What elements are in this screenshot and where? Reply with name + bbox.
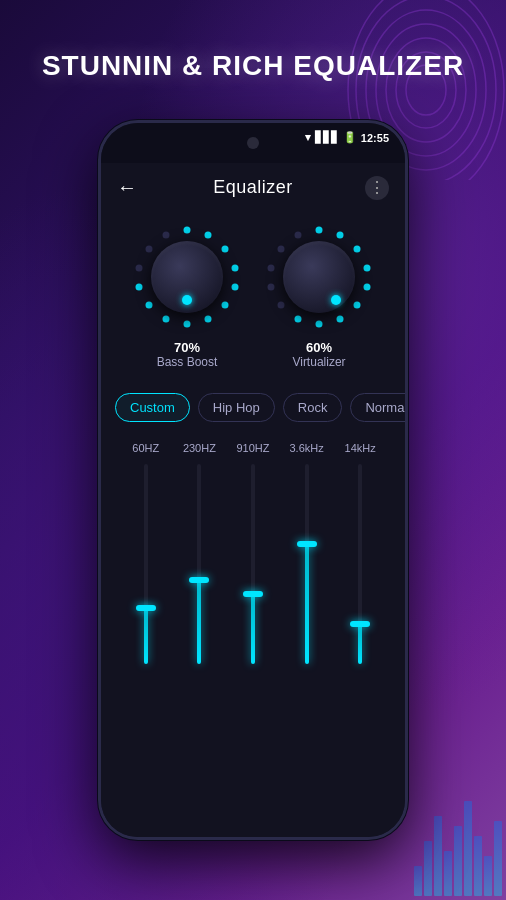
- battery-icon: 🔋: [343, 131, 357, 144]
- slider-fill-230hz: [197, 580, 201, 664]
- slider-track-60hz: [144, 464, 148, 664]
- slider-track-14khz: [358, 464, 362, 664]
- bass-boost-name: Bass Boost: [157, 355, 218, 369]
- decor-bar-1: [414, 866, 422, 896]
- eq-header: ← Equalizer ⋮: [101, 163, 405, 212]
- knobs-section: 70% Bass Boost: [101, 212, 405, 385]
- back-button[interactable]: ←: [117, 176, 137, 199]
- slider-60hz[interactable]: [124, 464, 168, 664]
- svg-point-12: [222, 302, 229, 309]
- svg-point-26: [354, 302, 361, 309]
- decor-bar-7: [474, 836, 482, 896]
- freq-label-3k6hz: 3.6kHz: [285, 442, 329, 454]
- virtualizer-indicator: [331, 295, 341, 305]
- status-bar: ▾ ▋▋▋ 🔋 12:55: [305, 131, 389, 144]
- slider-910hz[interactable]: [231, 464, 275, 664]
- svg-point-30: [278, 302, 285, 309]
- slider-3k6hz[interactable]: [285, 464, 329, 664]
- svg-point-18: [136, 265, 143, 272]
- slider-14khz[interactable]: [338, 464, 382, 664]
- svg-point-17: [136, 284, 143, 291]
- slider-fill-14khz: [358, 624, 362, 664]
- menu-button[interactable]: ⋮: [365, 176, 389, 200]
- svg-point-19: [146, 246, 153, 253]
- decor-bar-6: [464, 801, 472, 896]
- svg-point-11: [232, 284, 239, 291]
- svg-point-28: [316, 321, 323, 328]
- slider-fill-3k6hz: [305, 544, 309, 664]
- preset-custom[interactable]: Custom: [115, 393, 190, 422]
- slider-track-3k6hz: [305, 464, 309, 664]
- bass-boost-knob-container: 70% Bass Boost: [132, 222, 242, 369]
- bass-boost-knob[interactable]: [132, 222, 242, 332]
- hero-title: STUNNIN & RICH EQUALIZER: [0, 50, 506, 82]
- eq-sliders-section: 60HZ 230HZ 910HZ 3.6kHz 14kHz: [101, 430, 405, 684]
- decor-bar-2: [424, 841, 432, 896]
- menu-icon: ⋮: [369, 178, 385, 197]
- slider-track-230hz: [197, 464, 201, 664]
- svg-point-16: [146, 302, 153, 309]
- bass-boost-label: 70% Bass Boost: [157, 340, 218, 369]
- svg-point-24: [364, 265, 371, 272]
- decor-bar-9: [494, 821, 502, 896]
- wifi-icon: ▾: [305, 131, 311, 144]
- freq-label-230hz: 230HZ: [177, 442, 221, 454]
- decor-bar-3: [434, 816, 442, 896]
- slider-thumb-910hz[interactable]: [243, 591, 263, 597]
- phone-camera: [247, 137, 259, 149]
- svg-point-20: [163, 232, 170, 239]
- decor-bar-5: [454, 826, 462, 896]
- svg-point-13: [205, 316, 212, 323]
- svg-point-33: [278, 246, 285, 253]
- virtualizer-label: 60% Virtualizer: [292, 340, 345, 369]
- presets-section: Custom Hip Hop Rock Normal: [101, 385, 405, 430]
- svg-point-10: [232, 265, 239, 272]
- slider-230hz[interactable]: [177, 464, 221, 664]
- virtualizer-knob-body: [283, 241, 355, 313]
- svg-point-7: [184, 227, 191, 234]
- phone-content: ← Equalizer ⋮: [101, 163, 405, 837]
- svg-point-27: [337, 316, 344, 323]
- svg-point-29: [295, 316, 302, 323]
- preset-normal[interactable]: Normal: [350, 393, 405, 422]
- svg-point-8: [205, 232, 212, 239]
- preset-rock[interactable]: Rock: [283, 393, 343, 422]
- slider-thumb-3k6hz[interactable]: [297, 541, 317, 547]
- decor-bar-8: [484, 856, 492, 896]
- phone-frame: ▾ ▋▋▋ 🔋 12:55 ← Equalizer ⋮: [98, 120, 408, 840]
- svg-point-15: [163, 316, 170, 323]
- svg-point-21: [316, 227, 323, 234]
- svg-point-14: [184, 321, 191, 328]
- decor-bar-4: [444, 851, 452, 896]
- virtualizer-percent: 60%: [292, 340, 345, 355]
- freq-labels: 60HZ 230HZ 910HZ 3.6kHz 14kHz: [111, 442, 395, 454]
- svg-point-25: [364, 284, 371, 291]
- svg-point-23: [354, 246, 361, 253]
- svg-point-31: [268, 284, 275, 291]
- slider-fill-910hz: [251, 594, 255, 664]
- virtualizer-knob[interactable]: [264, 222, 374, 332]
- time-display: 12:55: [361, 132, 389, 144]
- slider-thumb-60hz[interactable]: [136, 605, 156, 611]
- freq-label-60hz: 60HZ: [124, 442, 168, 454]
- bass-boost-indicator: [182, 295, 192, 305]
- freq-label-14khz: 14kHz: [338, 442, 382, 454]
- eq-sliders-row: [111, 464, 395, 664]
- virtualizer-knob-container: 60% Virtualizer: [264, 222, 374, 369]
- slider-fill-60hz: [144, 608, 148, 664]
- svg-point-32: [268, 265, 275, 272]
- svg-point-22: [337, 232, 344, 239]
- freq-label-910hz: 910HZ: [231, 442, 275, 454]
- svg-point-9: [222, 246, 229, 253]
- signal-icon: ▋▋▋: [315, 131, 339, 144]
- bass-boost-knob-body: [151, 241, 223, 313]
- slider-thumb-14khz[interactable]: [350, 621, 370, 627]
- slider-track-910hz: [251, 464, 255, 664]
- page-title: Equalizer: [213, 177, 293, 198]
- bass-boost-percent: 70%: [157, 340, 218, 355]
- preset-hiphop[interactable]: Hip Hop: [198, 393, 275, 422]
- svg-point-34: [295, 232, 302, 239]
- virtualizer-name: Virtualizer: [292, 355, 345, 369]
- slider-thumb-230hz[interactable]: [189, 577, 209, 583]
- phone-notch: ▾ ▋▋▋ 🔋 12:55: [101, 123, 405, 163]
